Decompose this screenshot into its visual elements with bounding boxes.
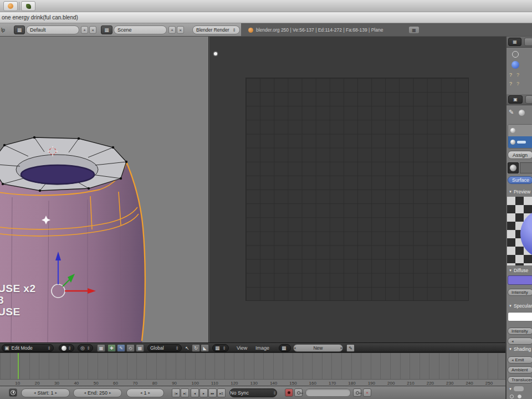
menu-image[interactable]: Image	[255, 345, 269, 351]
record-icon	[288, 391, 290, 394]
properties-type-button[interactable]: ▣	[508, 95, 523, 104]
scene-field[interactable]: Scene	[114, 25, 167, 34]
secondary-app-button[interactable]	[21, 1, 35, 11]
shading-panel-header[interactable]: ▼ Shading	[509, 346, 531, 352]
ruler-label: 60	[113, 381, 118, 386]
rotate-icon: ↻	[194, 346, 198, 351]
manipulator-scale-button[interactable]: ◣	[201, 344, 209, 352]
menu-tail-label[interactable]: lp	[1, 27, 5, 33]
snap-axis-button[interactable]: ✚	[108, 344, 116, 352]
image-pin-button[interactable]: ✎	[346, 344, 355, 352]
properties-header: ▣	[507, 94, 532, 105]
question-icon[interactable]: ?	[516, 72, 519, 78]
play-button[interactable]: ▸	[200, 388, 208, 397]
material-slot-selected[interactable]	[508, 136, 532, 148]
auto-keyframe-button[interactable]	[285, 388, 293, 397]
material-slot[interactable]	[508, 125, 532, 136]
viewport-3d[interactable]: USE x2 3 USE	[0, 37, 209, 342]
radio-dot-icon[interactable]	[510, 395, 514, 398]
jump-to-start-button[interactable]: |◂	[172, 388, 180, 397]
tab-material-icon[interactable]	[519, 110, 525, 116]
snap-button[interactable]: ◇	[126, 344, 135, 352]
material-name-field[interactable]	[520, 162, 532, 173]
last-frame-button[interactable]: ▸≡	[217, 388, 226, 397]
specular-color-swatch[interactable]	[508, 312, 532, 321]
delete-screen-button[interactable]: ×	[89, 26, 96, 34]
timeline[interactable]: 1020304050607080901001101201301401501601…	[0, 352, 505, 386]
play-reverse-button[interactable]: ◂	[191, 388, 199, 397]
diffuse-color-swatch[interactable]	[508, 275, 532, 285]
emit-stepper[interactable]: ◂ Emit	[508, 356, 532, 364]
screen-browse-button[interactable]: ▦	[14, 25, 25, 34]
diffuse-intensity-slider[interactable]: Intensity	[508, 289, 532, 296]
specular-intensity-slider[interactable]: Intensity	[508, 328, 532, 335]
header-partial-button[interactable]	[524, 38, 532, 46]
surface-type-button[interactable]: Surface	[508, 176, 532, 184]
add-scene-button[interactable]: +	[168, 26, 176, 34]
menu-view[interactable]: View	[237, 345, 247, 351]
radio-dot-icon[interactable]	[518, 395, 521, 398]
ruler-label: 20	[35, 381, 40, 386]
sync-mode-select[interactable]: No Sync ⇕	[229, 388, 277, 397]
image-browse-button[interactable]: ▦	[279, 344, 291, 352]
specular-panel-header[interactable]: ▼ Specular	[509, 303, 532, 309]
delete-scene-button[interactable]: ×	[177, 26, 184, 34]
snap-target-button[interactable]: ▦	[136, 344, 144, 352]
left-arrow-icon: ◂	[511, 339, 514, 344]
outliner-type-button[interactable]: ▦	[508, 38, 521, 46]
pivot-point-select[interactable]: ◎ ⇕	[78, 344, 93, 352]
ruler-label: 120	[231, 381, 238, 386]
keying-set-button[interactable]	[294, 388, 303, 397]
mode-select[interactable]: ▣ Edit Mode ⇕	[2, 344, 54, 352]
ambient-slider[interactable]: Ambient	[508, 366, 532, 374]
transform-orientation-select[interactable]: Global ⇕	[147, 344, 182, 352]
assign-button[interactable]: Assign	[508, 151, 532, 159]
uv-image-editor[interactable]	[209, 37, 505, 342]
question-icon[interactable]: ?	[516, 81, 519, 86]
uv-2d-cursor[interactable]	[214, 52, 217, 55]
question-icon[interactable]: ?	[509, 81, 512, 86]
screen-layout-field[interactable]: Default	[26, 25, 79, 34]
partial-label-blur	[514, 386, 524, 391]
add-screen-button[interactable]: +	[81, 26, 88, 34]
timeline-band[interactable]	[0, 353, 505, 379]
splash-button[interactable]: ▦	[408, 26, 420, 34]
layers-button[interactable]: ▦	[97, 344, 105, 352]
image-new-button[interactable]: ◂ New ▸	[293, 344, 343, 352]
axis-icon: ✚	[110, 346, 114, 351]
hardness-slider[interactable]: ◂	[508, 337, 532, 345]
intensity-label: Intensity	[511, 290, 528, 295]
keying-set-field[interactable]	[305, 388, 351, 397]
translucency-slider[interactable]: Translucency	[508, 376, 532, 383]
material-ball-icon[interactable]	[511, 61, 519, 69]
editor-type-button[interactable]	[9, 388, 17, 397]
header-partial-button[interactable]	[525, 95, 532, 104]
pivot-icon: ◎	[80, 345, 85, 351]
ruler-label: 180	[348, 381, 355, 386]
current-frame-marker[interactable]	[18, 353, 19, 379]
frame-start-stepper[interactable]: ◂ Start: 1 ▸	[21, 388, 70, 397]
frame-end-stepper[interactable]: ◂ End: 250 ▸	[73, 388, 122, 397]
next-keyframe-button[interactable]: ▸▸	[208, 388, 217, 397]
manipulator-rotate-button[interactable]: ↻	[192, 344, 200, 352]
editor-type-select[interactable]: ▦ ⇕	[212, 344, 229, 352]
scene-browse-button[interactable]: ▦	[101, 25, 112, 34]
scene-circle-icon[interactable]	[512, 51, 519, 58]
render-engine-select[interactable]: Blender Render ⇕	[192, 25, 240, 34]
delete-keyframe-button[interactable]: ×	[363, 388, 371, 397]
ruler-label: 30	[54, 381, 59, 386]
updown-icon: ⇕	[86, 346, 90, 351]
question-icon[interactable]: ?	[509, 72, 512, 78]
proportional-edit-button[interactable]: ✎	[117, 344, 125, 352]
tab-pencil-icon[interactable]: ✎	[509, 109, 514, 116]
partial-panel-header[interactable]: ▼	[509, 386, 524, 391]
diffuse-panel-header[interactable]: ▼ Diffuse	[509, 268, 528, 273]
material-preview-thumb[interactable]	[508, 162, 519, 173]
ruler-label: 140	[270, 381, 277, 386]
insert-keyframe-button[interactable]	[353, 388, 361, 397]
app-logo-button[interactable]	[3, 1, 18, 11]
preview-panel-header[interactable]: ▼ Preview	[509, 189, 530, 195]
viewport-shading-select[interactable]: ⇕	[59, 344, 74, 352]
current-frame-stepper[interactable]: ◂ 1 ▸	[126, 388, 164, 397]
jump-to-end-button[interactable]: ▸|	[181, 388, 189, 397]
